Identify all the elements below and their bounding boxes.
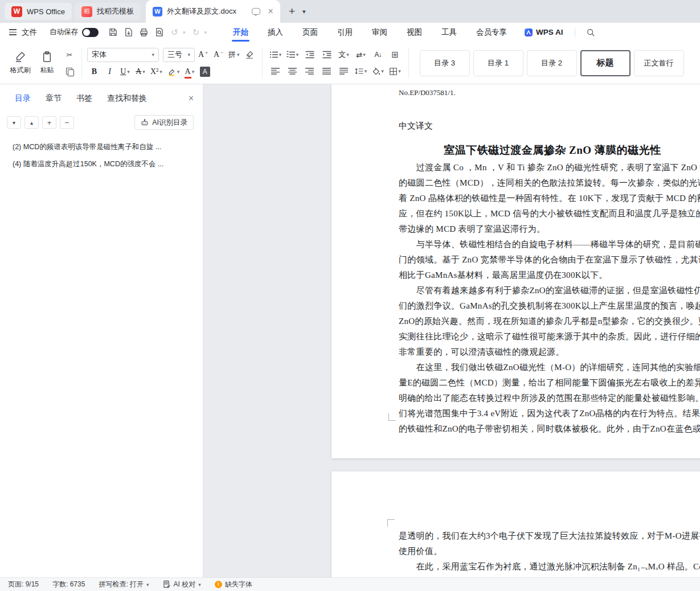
document-text-line[interactable]: 过渡金属 Co ，Mn ，V 和 Ti 掺杂 ZnO 的磁光性研究，表明了室温下…: [399, 160, 700, 175]
document-page-1[interactable]: No.EP/D037581/1. 中文译文 室温下铁磁过渡金属掺杂 ZnO 薄膜…: [331, 84, 700, 458]
sort-button[interactable]: A↓: [370, 48, 386, 61]
pane-tab-find-replace[interactable]: 查找和替换: [107, 93, 147, 104]
print-button[interactable]: [136, 25, 152, 39]
style-card-body-first-indent[interactable]: 正文首行: [634, 50, 684, 76]
numbered-list-button[interactable]: ▾: [285, 48, 301, 61]
underline-button[interactable]: U▾: [118, 65, 132, 79]
redo-button[interactable]: ↻: [189, 25, 204, 39]
expand-level-button[interactable]: +: [42, 116, 56, 129]
distribute-button[interactable]: [336, 64, 352, 78]
document-text-line[interactable]: 门的领域。基于 ZnO 宽禁带半导体的化合物由于在室温下显示了铁磁性，尤其让人们: [399, 252, 700, 268]
document-text-line[interactable]: 非常重要的，可以澄清该磁性的微观起源。: [399, 344, 700, 360]
print-preview-button[interactable]: [152, 25, 167, 39]
export-button[interactable]: [121, 25, 136, 39]
document-text-line[interactable]: 是透明的，我们在大约3个电子伏下发现了巨大法拉第旋转效应，对于M-O进展有着潜在: [399, 528, 700, 544]
spellcheck-status[interactable]: 拼写检查: 打开 ▾: [99, 580, 149, 589]
borders-button[interactable]: ▾: [387, 64, 403, 78]
document-text-line[interactable]: 量E的磁圆二色性（MCD）测量，给出了相同能量下圆偏振光左右吸收上的差异。因此: [399, 375, 700, 391]
ribbon-tab-tools[interactable]: 工具: [432, 23, 466, 42]
superscript-button[interactable]: X²▾: [149, 65, 164, 79]
tab-wps-home[interactable]: W WPS Office: [5, 3, 72, 20]
redo-caret-icon[interactable]: ▾: [204, 30, 207, 35]
increase-font-button[interactable]: A+: [196, 48, 210, 61]
bold-button[interactable]: B: [87, 65, 101, 79]
font-name-select[interactable]: 宋体 ▾: [87, 48, 159, 62]
document-text-line[interactable]: 带边缘的 MCD 表明了室温迟滞行为。: [399, 221, 700, 237]
highlight-button[interactable]: ▾: [165, 65, 182, 79]
document-text-line[interactable]: 与半导体、铁磁性相结合的自旋电子材料——稀磁半导体的研究，是目前磁学方面: [399, 237, 700, 252]
pane-tab-toc[interactable]: 目录: [15, 93, 31, 104]
text-direction-button[interactable]: ⇄▾: [353, 48, 369, 61]
ribbon-tab-references[interactable]: 引用: [328, 23, 362, 42]
document-title[interactable]: 室温下铁磁过渡金属掺杂 ZnO 薄膜的磁光性: [399, 142, 700, 158]
decrease-indent-button[interactable]: [302, 48, 318, 61]
document-text-line[interactable]: 们将光谱范围集中于3.4 eV附近，因为这代表了ZnO晶格的内在行为特点。结果显…: [399, 406, 700, 421]
reference-number[interactable]: No.EP/D037581/1.: [399, 88, 700, 98]
document-text-line[interactable]: 相比于GaMnAs基材料，最高居里温度仍在300K以下。: [399, 268, 700, 283]
tab-list-caret-icon[interactable]: ▾: [302, 8, 306, 15]
document-text-line[interactable]: 实测往往比理论少，这暗示了磁性很可能来源于其中的杂质。因此，进行仔细的实验研: [399, 329, 700, 344]
copy-button[interactable]: [63, 65, 76, 77]
document-text-line[interactable]: 的铁磁性和ZnO的电子带密切相关，同时载体被极化。此外，由于ZnO在蓝色或紫外线: [399, 421, 700, 437]
hamburger-menu-icon[interactable]: [9, 29, 17, 35]
char-shading-button[interactable]: A: [198, 65, 212, 79]
undo-button[interactable]: ↺: [167, 25, 182, 39]
document-text-line[interactable]: 在这里，我们做出铁磁ZnO磁光性（M-O）的详细研究，连同其他的实验细节。光: [399, 360, 700, 375]
ai-proofread[interactable]: AI 校对 ▾: [163, 580, 201, 589]
justify-button[interactable]: [319, 64, 335, 78]
expand-all-button[interactable]: ▾: [7, 116, 21, 129]
decrease-font-button[interactable]: A−: [211, 48, 226, 61]
document-text-line[interactable]: 在此，采用蓝宝石作为衬底，通过激光脉冲沉积法制备 Zn₁₋ₓMₓO 样品。Co，…: [399, 559, 700, 574]
align-left-button[interactable]: [268, 64, 284, 78]
italic-button[interactable]: I: [103, 65, 117, 79]
cut-button[interactable]: ✂: [63, 49, 76, 60]
document-text-line[interactable]: 尽管有着越来越多有利于掺杂ZnO的室温铁磁滞的证据，但是室温铁磁性仍然引起: [399, 283, 700, 298]
close-tab-icon[interactable]: ×: [268, 7, 273, 16]
document-text-line[interactable]: ZnO的原始兴趣。然而，现在所知道的掺杂几乎都是n型掺杂，它的交换很少。更重要的: [399, 314, 700, 329]
new-tab-button[interactable]: +: [289, 5, 295, 18]
clear-format-button[interactable]: [243, 48, 257, 61]
document-text-line[interactable]: 明确的给出了能态在转换过程中所涉及的范围在那些特定的能量处被磁性影响。在这里: [399, 391, 700, 406]
ribbon-tab-page[interactable]: 页面: [293, 23, 328, 42]
phonetic-guide-button[interactable]: 拼▾: [227, 48, 241, 61]
align-center-button[interactable]: [285, 64, 301, 78]
document-page-2[interactable]: 是透明的，我们在大约3个电子伏下发现了巨大法拉第旋转效应，对于M-O进展有着潜在…: [331, 471, 700, 577]
pane-tab-chapters[interactable]: 章节: [46, 93, 62, 104]
toc-item[interactable]: (2) MCD的频谱表明该导带是磁性离子和自旋 ...: [13, 142, 196, 152]
ribbon-tab-view[interactable]: 视图: [397, 23, 432, 42]
style-card-toc1[interactable]: 目录 1: [473, 50, 523, 76]
wps-ai-button[interactable]: WPS AI: [517, 28, 571, 36]
shading-button[interactable]: ▾: [370, 64, 386, 78]
line-spacing-button[interactable]: ▾: [353, 64, 369, 78]
collapse-level-button[interactable]: −: [60, 116, 74, 129]
tab-active-document[interactable]: W 外文翻译及原文.docx ×: [146, 0, 280, 23]
asian-layout-button[interactable]: 文▾: [336, 48, 352, 61]
ai-recognize-toc-button[interactable]: AI识别目录: [134, 115, 194, 130]
ribbon-tab-membership[interactable]: 会员专享: [466, 23, 517, 42]
align-right-button[interactable]: [302, 64, 318, 78]
document-text-line[interactable]: 应，但在约 150K以上，MCD 信号的大小被铁磁性支配而且和温度几乎是独立的。…: [399, 206, 700, 221]
collapse-all-button[interactable]: ▴: [24, 116, 39, 129]
font-color-button[interactable]: A▾: [182, 65, 197, 79]
document-canvas[interactable]: No.EP/D037581/1. 中文译文 室温下铁磁过渡金属掺杂 ZnO 薄膜…: [203, 84, 700, 577]
columns-button[interactable]: ⊞: [387, 48, 403, 61]
ribbon-tab-home[interactable]: 开始: [223, 23, 258, 42]
missing-font-warning[interactable]: ! 缺失字体: [215, 580, 252, 589]
bullet-list-button[interactable]: ▾: [268, 48, 284, 61]
word-count[interactable]: 字数: 6735: [52, 580, 85, 589]
file-menu[interactable]: 文件: [22, 27, 37, 38]
tab-docer-templates[interactable]: 稻 找稻壳模板: [75, 3, 141, 20]
save-button[interactable]: [105, 25, 121, 39]
undo-caret-icon[interactable]: ▾: [183, 30, 186, 35]
section-heading[interactable]: 中文译文: [399, 120, 700, 132]
ribbon-tab-review[interactable]: 审阅: [362, 23, 397, 42]
format-painter-button[interactable]: 格式刷: [7, 45, 34, 81]
document-text-line[interactable]: 们的激烈争议。GaMnAs的孔交换机制将在300K以上产生居里温度的预言，唤起了…: [399, 298, 700, 314]
style-card-toc3[interactable]: 目录 3: [420, 50, 470, 76]
comment-bubble-icon[interactable]: [252, 8, 260, 15]
autosave-toggle[interactable]: [82, 28, 99, 37]
document-text-line[interactable]: 着 ZnO 晶格体积的铁磁性是一种固有特性。在 10K下，发现了贡献于 MCD …: [399, 191, 700, 206]
style-card-toc2[interactable]: 目录 2: [527, 50, 577, 76]
increase-indent-button[interactable]: [319, 48, 335, 61]
document-text-line[interactable]: 使用价值。: [399, 544, 700, 559]
